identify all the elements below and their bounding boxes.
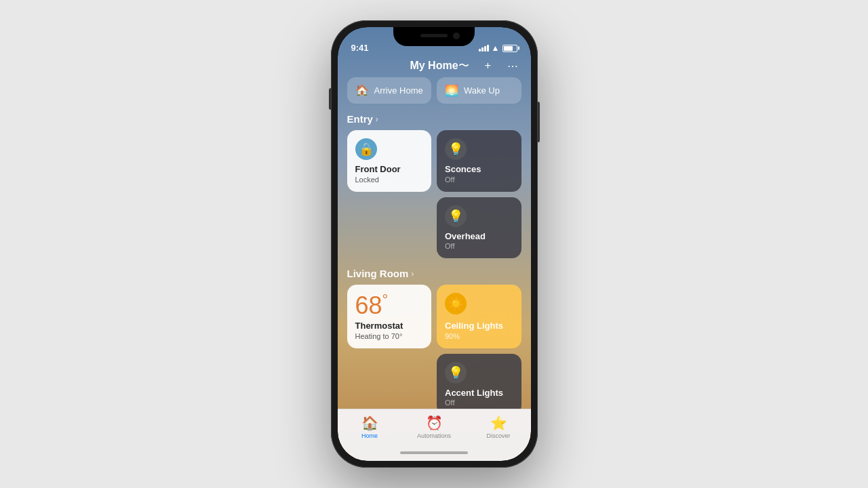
accent-lights-card[interactable]: 💡 Accent Lights Off: [437, 354, 521, 409]
front-door-name: Front Door: [355, 164, 424, 175]
header-title: My Home: [410, 60, 458, 72]
wake-up-label: Wake Up: [464, 85, 500, 96]
tab-automations[interactable]: ⏰ Automations: [402, 415, 467, 439]
discover-tab-label: Discover: [486, 432, 510, 439]
status-time: 9:41: [351, 43, 369, 53]
screen: 9:41 ▲ My Home: [338, 27, 531, 461]
overhead-status: Off: [445, 242, 513, 250]
ceiling-lights-card[interactable]: ☀️ Ceiling Lights 90%: [437, 285, 521, 348]
sconces-icon-row: 💡: [445, 138, 513, 160]
waveform-button[interactable]: 〜: [455, 57, 473, 75]
entry-title: Entry: [347, 113, 373, 125]
arrive-home-card[interactable]: 🏠 Arrive Home: [347, 77, 432, 104]
accent-lights-name: Accent Lights: [445, 388, 513, 399]
phone-frame: 9:41 ▲ My Home: [331, 20, 538, 468]
entry-section-header[interactable]: Entry ›: [338, 110, 531, 130]
thermostat-lr-temp: 68°: [355, 293, 424, 318]
ceiling-lights-name: Ceiling Lights: [445, 321, 513, 331]
ceiling-lights-icon: ☀️: [445, 293, 467, 314]
living-room-section-header[interactable]: Living Room ›: [338, 265, 531, 285]
living-room-device-grid: 68° Thermostat Heating to 70° ☀️ Ceiling…: [338, 285, 531, 409]
more-button[interactable]: ⋯: [504, 57, 521, 75]
thermostat-lr-name: Thermostat: [355, 321, 424, 331]
home-indicator-bar: [400, 451, 468, 454]
speaker: [420, 34, 448, 37]
tab-bar: 🏠 Home ⏰ Automations ⭐ Discover: [338, 409, 531, 447]
home-indicator: [338, 447, 531, 461]
living-room-chevron: ›: [411, 269, 414, 279]
battery-icon: [502, 45, 517, 52]
accent-lights-status: Off: [445, 399, 513, 407]
arrive-home-label: Arrive Home: [374, 85, 423, 96]
wake-up-card[interactable]: 🌅 Wake Up: [437, 77, 521, 104]
arrive-home-icon: 🏠: [355, 84, 369, 97]
status-icons: ▲: [479, 43, 517, 53]
overhead-name: Overhead: [445, 231, 513, 242]
scroll-content[interactable]: 🏠 Arrive Home 🌅 Wake Up Entry ›: [338, 77, 531, 409]
front-door-card[interactable]: 🔒 Front Door Locked: [347, 130, 432, 192]
ceiling-lights-icon-row: ☀️: [445, 293, 513, 314]
living-room-title: Living Room: [347, 268, 409, 279]
accent-lights-icon: 💡: [445, 362, 467, 384]
overhead-icon-row: 💡: [445, 205, 513, 227]
battery-fill: [504, 46, 513, 51]
overhead-card[interactable]: 💡 Overhead Off: [437, 197, 521, 259]
wifi-icon: ▲: [492, 43, 500, 53]
entry-device-grid: 🔒 Front Door Locked 💡 Sconces: [338, 130, 531, 265]
automations-tab-icon: ⏰: [426, 415, 443, 431]
home-tab-label: Home: [361, 432, 378, 439]
front-door-status: Locked: [355, 176, 424, 184]
sconces-name: Sconces: [445, 164, 513, 175]
add-button[interactable]: +: [479, 57, 497, 75]
camera: [453, 33, 460, 39]
overhead-icon: 💡: [445, 205, 467, 227]
ceiling-lights-status: 90%: [445, 332, 513, 340]
header-actions: 〜 + ⋯: [455, 57, 521, 75]
entry-chevron: ›: [376, 115, 378, 124]
lock-icon: 🔒: [355, 138, 377, 160]
phone-screen: 9:41 ▲ My Home: [338, 27, 531, 461]
thermostat-lr-status: Heating to 70°: [355, 332, 424, 340]
header: My Home 〜 + ⋯: [338, 57, 531, 77]
automations-tab-label: Automations: [417, 432, 451, 439]
signal-icon: [479, 45, 489, 52]
discover-tab-icon: ⭐: [490, 415, 507, 431]
sconces-status: Off: [445, 176, 513, 184]
automation-row: 🏠 Arrive Home 🌅 Wake Up: [338, 77, 531, 110]
sconces-icon: 💡: [445, 138, 467, 160]
notch: [393, 27, 475, 46]
sconces-card[interactable]: 💡 Sconces Off: [437, 130, 521, 192]
home-tab-icon: 🏠: [361, 415, 378, 431]
wake-up-icon: 🌅: [445, 84, 458, 97]
tab-home[interactable]: 🏠 Home: [338, 415, 402, 439]
thermostat-lr-card[interactable]: 68° Thermostat Heating to 70°: [347, 285, 432, 348]
accent-lights-icon-row: 💡: [445, 362, 513, 384]
front-door-icon-row: 🔒: [355, 138, 424, 160]
tab-discover[interactable]: ⭐ Discover: [467, 415, 531, 439]
